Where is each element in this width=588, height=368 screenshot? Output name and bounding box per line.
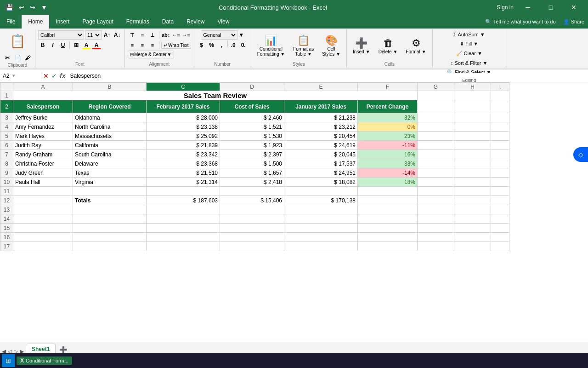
empty-cell[interactable] (454, 187, 491, 196)
cell-G7[interactable] (418, 150, 454, 159)
data-cell[interactable]: $ 24,619 (284, 141, 358, 150)
data-cell[interactable]: $ 21,510 (147, 168, 220, 178)
data-cell[interactable]: 16% (358, 150, 418, 159)
header-cost[interactable]: Cost of Sales (220, 100, 284, 113)
data-cell[interactable]: Jeffrey Burke (13, 113, 73, 122)
data-cell[interactable]: Delaware (73, 159, 147, 168)
insert-button[interactable]: ➕ Insert ▼ (350, 36, 373, 56)
cell-G2[interactable] (418, 100, 454, 113)
data-cell[interactable]: $ 25,092 (147, 132, 220, 141)
row-header-6[interactable]: 6 (0, 141, 13, 150)
cell-G9[interactable] (418, 168, 454, 178)
data-cell[interactable]: Paula Hall (13, 178, 73, 187)
cell-I4[interactable] (491, 122, 509, 132)
cell-I12[interactable] (491, 196, 509, 205)
maximize-button[interactable]: □ (540, 0, 561, 15)
empty-cell[interactable] (454, 214, 491, 224)
empty-cell[interactable] (73, 187, 147, 196)
empty-cell[interactable] (454, 224, 491, 233)
paste-button[interactable]: 📋 (7, 29, 28, 52)
increase-font-button[interactable]: A↑ (102, 30, 112, 40)
spreadsheet[interactable]: A B C D E F G H I 1 Sales Team Review (0, 82, 588, 342)
decrease-font-button[interactable]: A↓ (113, 30, 122, 40)
cell-reference-box[interactable]: A2 ▼ (0, 73, 41, 79)
empty-cell[interactable] (220, 233, 284, 242)
empty-cell[interactable] (13, 242, 73, 251)
share-button[interactable]: 👤 Share (560, 15, 588, 29)
row-header-16[interactable]: 16 (0, 233, 13, 242)
bold-button[interactable]: B (38, 40, 47, 50)
header-region[interactable]: Region Covered (73, 100, 147, 113)
data-cell[interactable]: Virginia (73, 178, 147, 187)
tab-insert[interactable]: Insert (49, 15, 76, 29)
empty-cell[interactable] (147, 214, 220, 224)
data-cell[interactable]: $ 28,000 (147, 113, 220, 122)
data-cell[interactable]: 18% (358, 178, 418, 187)
clear-button[interactable]: 🧹 Clear ▼ (454, 49, 485, 58)
cell-G3[interactable] (418, 113, 454, 122)
dropbox-icon[interactable]: ◇ (573, 147, 588, 162)
col-header-C[interactable]: C (147, 83, 220, 91)
totals-cell[interactable]: $ 15,406 (220, 196, 284, 205)
cell-H5[interactable] (454, 132, 491, 141)
empty-cell[interactable] (284, 214, 358, 224)
align-top-button[interactable]: ⊤ (128, 30, 137, 40)
sort-filter-button[interactable]: ↕ Sort & Filter ▼ (448, 59, 490, 67)
row-header-4[interactable]: 4 (0, 122, 13, 132)
empty-cell[interactable] (147, 205, 220, 214)
totals-cell[interactable]: $ 187,603 (147, 196, 220, 205)
empty-cell[interactable] (454, 205, 491, 214)
empty-cell[interactable] (220, 224, 284, 233)
col-header-A[interactable]: A (13, 83, 73, 91)
row-header-2[interactable]: 2 (0, 100, 13, 113)
align-left-button[interactable]: ≡ (128, 40, 137, 50)
empty-cell[interactable] (418, 187, 454, 196)
cell-styles-button[interactable]: 🎨 CellStyles ▼ (319, 33, 344, 58)
data-cell[interactable]: $ 23,138 (147, 122, 220, 132)
excel-taskbar-item[interactable]: X Conditional Form... (17, 356, 72, 365)
empty-cell[interactable] (147, 187, 220, 196)
format-button[interactable]: ⚙ Format ▼ (402, 36, 429, 56)
percent-button[interactable]: % (207, 40, 216, 50)
number-format-dropdown[interactable]: ▼ (238, 32, 244, 38)
format-as-table-button[interactable]: 📋 Format asTable ▼ (290, 33, 317, 58)
row-header-15[interactable]: 15 (0, 224, 13, 233)
cell-G10[interactable] (418, 178, 454, 187)
tab-formulas[interactable]: Formulas (120, 15, 156, 29)
data-cell[interactable]: $ 23,212 (284, 122, 358, 132)
indent-increase-button[interactable]: →≡ (181, 30, 191, 40)
empty-cell[interactable] (358, 242, 418, 251)
data-cell[interactable]: -11% (358, 141, 418, 150)
col-header-F[interactable]: F (358, 83, 418, 91)
data-cell[interactable]: $ 21,238 (284, 113, 358, 122)
empty-cell[interactable] (358, 224, 418, 233)
tab-page-layout[interactable]: Page Layout (76, 15, 119, 29)
cell-H10[interactable] (454, 178, 491, 187)
row-header-7[interactable]: 7 (0, 150, 13, 159)
cell-G4[interactable] (418, 122, 454, 132)
row-header-17[interactable]: 17 (0, 242, 13, 251)
tab-view[interactable]: View (211, 15, 236, 29)
save-button[interactable]: 💾 (4, 3, 15, 12)
empty-cell[interactable] (284, 187, 358, 196)
data-cell[interactable]: Mark Hayes (13, 132, 73, 141)
close-button[interactable]: ✕ (563, 0, 584, 15)
row-header-13[interactable]: 13 (0, 205, 13, 214)
empty-cell[interactable] (284, 233, 358, 242)
empty-cell[interactable] (73, 224, 147, 233)
cell-G5[interactable] (418, 132, 454, 141)
totals-cell[interactable]: $ 170,138 (284, 196, 358, 205)
merge-center-button[interactable]: ⊟ Merge & Center ▼ (128, 51, 174, 58)
cell-G6[interactable] (418, 141, 454, 150)
align-middle-button[interactable]: ≡ (138, 30, 147, 40)
row-header-3[interactable]: 3 (0, 113, 13, 122)
delete-button[interactable]: 🗑 Delete ▼ (375, 36, 401, 56)
row-header-14[interactable]: 14 (0, 214, 13, 224)
redo-button[interactable]: ↪ (28, 3, 37, 12)
cell-G1[interactable] (418, 91, 454, 100)
col-header-G[interactable]: G (418, 83, 454, 91)
comma-button[interactable]: , (217, 40, 226, 50)
confirm-entry-button[interactable]: ✓ (51, 72, 57, 80)
empty-cell[interactable] (73, 233, 147, 242)
minimize-button[interactable]: ─ (517, 0, 538, 15)
